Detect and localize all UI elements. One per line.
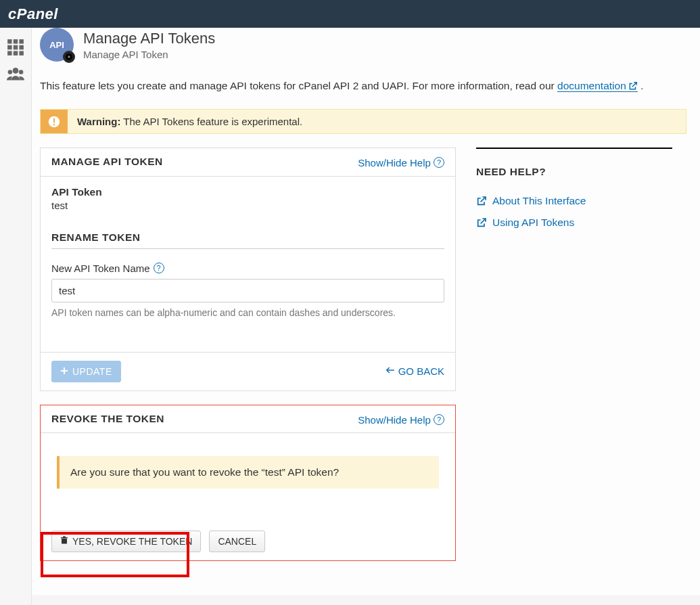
manage-help-toggle[interactable]: Show/Hide Help ? [358, 156, 444, 169]
question-circle-icon[interactable]: ? [154, 263, 164, 273]
svg-rect-0 [7, 39, 12, 44]
users-icon[interactable] [7, 67, 24, 83]
new-name-label: New API Token Name ? [51, 263, 444, 274]
token-label: API Token [51, 186, 444, 198]
external-link-icon [628, 79, 638, 95]
top-bar: cPanel [0, 0, 700, 28]
svg-rect-20 [61, 537, 68, 539]
page-header: API Manage API Tokens Manage API Token [40, 28, 686, 68]
update-button-text: UPDATE [72, 366, 112, 377]
warning-label: Warning: [77, 116, 120, 127]
external-link-icon [476, 217, 487, 228]
intro-prefix: This feature lets you create and manage … [40, 80, 557, 91]
svg-point-13 [68, 55, 70, 58]
rename-heading: RENAME TOKEN [51, 231, 444, 249]
question-circle-icon: ? [434, 414, 444, 425]
manage-panel: MANAGE API TOKEN Show/Hide Help ? API To… [40, 148, 456, 391]
documentation-link[interactable]: documentation [557, 80, 638, 92]
help-sidebar: NEED HELP? About This Interface Using AP… [476, 148, 672, 238]
svg-rect-21 [63, 537, 66, 538]
revoke-panel: REVOKE THE TOKEN Show/Hide Help ? Are yo… [40, 405, 456, 562]
svg-rect-18 [61, 370, 68, 372]
svg-point-10 [8, 70, 13, 74]
documentation-link-text: documentation [557, 80, 626, 91]
svg-rect-19 [62, 539, 67, 544]
help-link-label: Using API Tokens [492, 217, 574, 229]
help-link-using[interactable]: Using API Tokens [476, 217, 672, 229]
svg-rect-1 [14, 39, 18, 44]
warning-text: The API Tokens feature is experimental. [120, 116, 302, 127]
breadcrumb: Manage API Token [83, 49, 215, 60]
svg-rect-6 [7, 51, 12, 55]
yes-revoke-text: YES, REVOKE THE TOKEN [72, 536, 192, 547]
brand-logo: cPanel [8, 5, 58, 23]
new-name-hint: API token names can be alpha-numeric and… [51, 307, 444, 318]
help-heading: NEED HELP? [476, 148, 672, 178]
svg-point-11 [19, 70, 24, 74]
svg-rect-5 [19, 45, 23, 50]
revoke-confirm: Are you sure that you want to revoke the… [57, 456, 439, 489]
side-rail [0, 28, 32, 605]
question-circle-icon: ? [434, 157, 444, 168]
warning-icon [41, 110, 68, 133]
revoke-help-toggle-text: Show/Hide Help [358, 413, 431, 425]
trash-icon [60, 536, 68, 547]
svg-rect-8 [19, 51, 23, 55]
go-back-text: GO BACK [398, 365, 444, 377]
new-name-label-text: New API Token Name [51, 263, 150, 274]
arrow-left-icon [386, 365, 395, 377]
plus-icon [60, 366, 68, 377]
cancel-button[interactable]: CANCEL [209, 531, 265, 552]
cancel-text: CANCEL [218, 536, 256, 547]
help-link-label: About This Interface [492, 195, 586, 207]
new-name-input[interactable] [51, 279, 444, 302]
revoke-help-toggle[interactable]: Show/Hide Help ? [358, 413, 444, 426]
page-title: Manage API Tokens [83, 30, 215, 47]
svg-rect-2 [19, 39, 23, 44]
svg-rect-15 [53, 118, 55, 122]
revoke-heading: REVOKE THE TOKEN [51, 413, 164, 425]
lock-icon [63, 51, 75, 63]
intro-suffix: . [638, 80, 644, 91]
go-back-link[interactable]: GO BACK [386, 365, 444, 377]
page-icon-text: API [49, 40, 64, 50]
yes-revoke-button[interactable]: YES, REVOKE THE TOKEN [51, 531, 201, 552]
token-value: test [51, 200, 444, 211]
intro-text: This feature lets you create and manage … [40, 78, 686, 95]
help-link-about[interactable]: About This Interface [476, 195, 672, 207]
external-link-icon [476, 196, 487, 206]
update-button[interactable]: UPDATE [51, 361, 121, 382]
page-icon: API [40, 28, 74, 62]
main-content: API Manage API Tokens Manage API Token T… [32, 28, 700, 595]
warning-alert: Warning: The API Tokens feature is exper… [40, 109, 686, 134]
manage-heading: MANAGE API TOKEN [51, 156, 163, 168]
svg-rect-16 [53, 124, 55, 125]
manage-help-toggle-text: Show/Hide Help [358, 157, 431, 169]
svg-point-9 [13, 68, 19, 74]
svg-rect-3 [7, 45, 12, 50]
grid-icon[interactable] [7, 39, 24, 55]
svg-rect-4 [14, 45, 18, 50]
svg-rect-7 [14, 51, 18, 55]
